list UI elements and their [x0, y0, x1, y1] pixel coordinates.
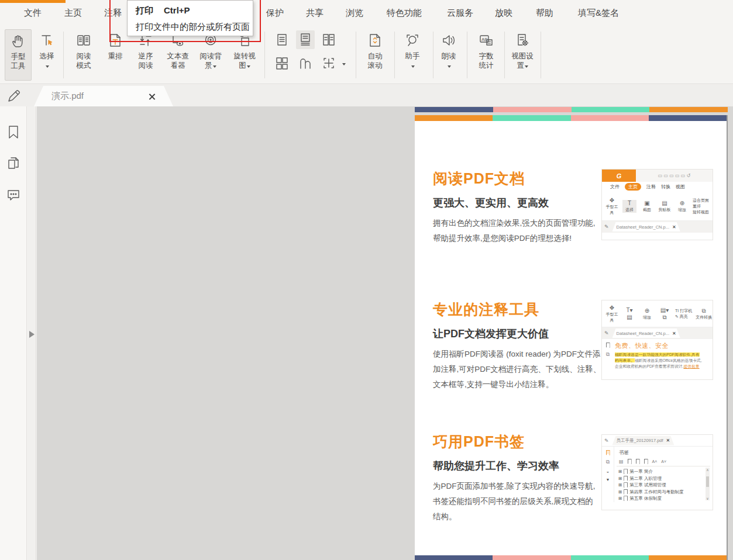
mini-bookmark-tree: ⊞第一章 简介 ⊞第二章 入职管理 ⊞第三章 试用期管理 ⊞第四章 工作时间与考… — [617, 466, 710, 502]
edit-pencil-icon[interactable] — [5, 87, 23, 105]
toolbar-separator — [504, 32, 505, 78]
view-settings-button[interactable]: 视图设置 — [508, 29, 537, 81]
layout-continuous-button[interactable] — [296, 30, 315, 49]
tooltip-title: 打印 — [136, 5, 153, 16]
mini-menu-item-active: 主页 — [625, 183, 641, 191]
word-count-icon: AB — [477, 32, 495, 49]
menu-cloud[interactable]: 云服务 — [447, 8, 473, 19]
layout-facing-button[interactable] — [319, 30, 338, 49]
document-canvas[interactable]: 阅读PDF文档 更强大、更实用、更高效 拥有出色的文档渲染效果,强大的页面管理功… — [37, 106, 733, 560]
screenshot-annotation-ui: ✥手型工具 T▾▤ ⊕缩放 ▤▾⧉ TI 打字机✎ 高亮 ⧉文件转换 ✎ Dat… — [601, 300, 713, 380]
ribbon: 文件 主页 注释 保护 共享 浏览 特色功能 云服务 放映 帮助 填写&签名 手… — [0, 0, 733, 84]
view-settings-icon — [514, 32, 531, 49]
assistant-button[interactable]: 助手 — [399, 29, 426, 81]
menu-fill-sign[interactable]: 填写&签名 — [578, 8, 619, 19]
foxit-logo: G — [602, 170, 636, 182]
section-title: 阅读PDF文档 — [433, 169, 608, 188]
section-title: 专业的注释工具 — [433, 300, 608, 319]
pdf-page: 阅读PDF文档 更强大、更实用、更高效 拥有出色的文档渲染效果,强大的页面管理功… — [415, 115, 728, 560]
menu-present[interactable]: 放映 — [495, 8, 512, 19]
assistant-icon — [404, 32, 421, 49]
layout-split-view-button[interactable] — [319, 54, 338, 72]
toolbar-separator — [433, 32, 433, 78]
previous-page-bottom-strip — [415, 107, 728, 112]
main-area: 阅读PDF文档 更强大、更实用、更高效 拥有出色的文档渲染效果,强大的页面管理功… — [0, 106, 733, 560]
caret-down-icon — [213, 65, 216, 68]
pages-panel-button[interactable] — [5, 155, 22, 172]
menu-help[interactable]: 帮助 — [536, 8, 553, 19]
hand-tool-button[interactable]: 手型工具 — [5, 29, 32, 81]
toolbar-separator — [264, 32, 265, 78]
reverse-read-button[interactable]: 逆序阅读 — [131, 29, 160, 81]
auto-scroll-label: 自动滚动 — [366, 51, 384, 70]
book-icon — [75, 32, 92, 49]
menu-features[interactable]: 特色功能 — [387, 8, 422, 19]
bookmarks-panel-button[interactable] — [5, 124, 22, 140]
toolbar-separator — [467, 32, 467, 78]
auto-scroll-icon — [366, 32, 384, 49]
section-annotation-tools: 专业的注释工具 让PDF文档发挥更大价值 使用福昕PDF阅读器 (foxit r… — [433, 300, 608, 392]
close-icon[interactable] — [149, 93, 156, 100]
mini-menu-item: 文件 — [610, 184, 620, 190]
panel-expand-arrow[interactable] — [29, 331, 35, 338]
caret-down-icon — [247, 65, 250, 68]
caret-down-icon — [46, 65, 49, 68]
read-mode-button[interactable]: 阅读模式 — [68, 29, 99, 81]
menu-file[interactable]: 文件 — [24, 8, 42, 19]
assistant-label: 助手 — [405, 51, 420, 70]
reflow-label: 重排 — [108, 51, 123, 61]
section-subtitle: 帮助您提升工作、学习效率 — [433, 459, 608, 473]
word-count-button[interactable]: AB 字数统计 — [472, 29, 501, 81]
foxit-reader-window: 文件 主页 注释 保护 共享 浏览 特色功能 云服务 放映 帮助 填写&签名 手… — [0, 0, 733, 560]
read-aloud-label: 朗读 — [442, 51, 456, 70]
tooltip-shortcut: Ctrl+P — [164, 5, 190, 16]
menu-comment[interactable]: 注释 — [104, 8, 122, 19]
read-aloud-button[interactable]: 朗读 — [436, 29, 461, 81]
accent-strip — [0, 0, 66, 3]
text-viewer-button[interactable]: 文本查看器 — [161, 29, 194, 81]
page-bottom-color-strip — [415, 555, 727, 560]
mini-panel-title: 书签 — [617, 448, 710, 458]
menu-browse[interactable]: 浏览 — [346, 8, 363, 19]
section-pdf-bookmarks: 巧用PDF书签 帮助您提升工作、学习效率 为PDF页面添加书签,除了实现内容的快… — [433, 432, 608, 524]
select-tool-button[interactable]: 选择 — [34, 29, 60, 81]
layout-facing-continuous-button[interactable] — [273, 54, 291, 72]
panel-collapse-strip — [27, 106, 36, 560]
mini-window-icons: ▭ ▭ ▭ ▭ ▭ ↺ — [636, 170, 713, 182]
page-top-color-strip — [415, 115, 727, 121]
reverse-read-label: 逆序阅读 — [137, 51, 154, 70]
read-background-button[interactable]: 阅读背景 — [195, 29, 226, 81]
mini-tabbar: ✎ 员工手册_20120917.pdf✕ — [602, 435, 713, 447]
rotate-view-label: 旋转视图 — [232, 51, 257, 70]
document-tab[interactable]: 演示.pdf — [34, 86, 173, 106]
toolbar-separator — [356, 32, 356, 78]
reflow-button[interactable]: 重排 — [102, 29, 129, 81]
text-viewer-label: 文本查看器 — [166, 51, 190, 70]
layout-single-page-button[interactable] — [273, 30, 291, 49]
select-text-icon — [38, 32, 56, 49]
mini-bookmark-toolbar: ▤A˄A˅ — [617, 458, 710, 466]
section-body: 使用福昕PDF阅读器 (foxit reader) 为PDF文件添加注释,可对P… — [433, 347, 601, 392]
hand-tool-label: 手型工具 — [9, 52, 27, 71]
toolbar-separator — [394, 32, 395, 78]
mini-tabbar: ✎ Datasheet_Reader_CN.p...✕ — [602, 327, 713, 339]
word-count-label: 字数统计 — [477, 51, 495, 70]
menu-protect[interactable]: 保护 — [266, 8, 284, 19]
mini-menu-item: 转换 — [661, 184, 670, 190]
mini-tabbar: ✎ Datasheet_Reader_CN.p...✕ — [602, 221, 713, 233]
mini-titlebar: G ▭ ▭ ▭ ▭ ▭ ↺ — [602, 170, 713, 182]
select-tool-label: 选择 — [40, 51, 54, 70]
caret-down-icon[interactable] — [342, 63, 346, 65]
mini-doc-title: 免费、快速、安全 — [615, 341, 710, 350]
section-title: 巧用PDF书签 — [433, 432, 608, 451]
auto-scroll-button[interactable]: 自动滚动 — [360, 29, 390, 81]
menu-share[interactable]: 共享 — [306, 8, 324, 19]
comments-panel-button[interactable] — [5, 187, 22, 203]
mini-content: ⧉◒▼ 书签 ▤A˄A˅ ⊞第一章 简介 ⊞第二章 入职管理 ⊞第三章 试用期管… — [602, 447, 713, 502]
tab-bar: 演示.pdf — [0, 85, 733, 106]
section-subtitle: 更强大、更实用、更高效 — [433, 196, 608, 210]
layout-cover-facing-button[interactable] — [296, 54, 315, 72]
rotate-view-button[interactable]: 旋转视图 — [229, 29, 260, 81]
menu-home[interactable]: 主页 — [64, 8, 82, 19]
section-body: 拥有出色的文档渲染效果,强大的页面管理功能,帮助提升效率,是您阅读PDF的理想选… — [433, 216, 598, 246]
